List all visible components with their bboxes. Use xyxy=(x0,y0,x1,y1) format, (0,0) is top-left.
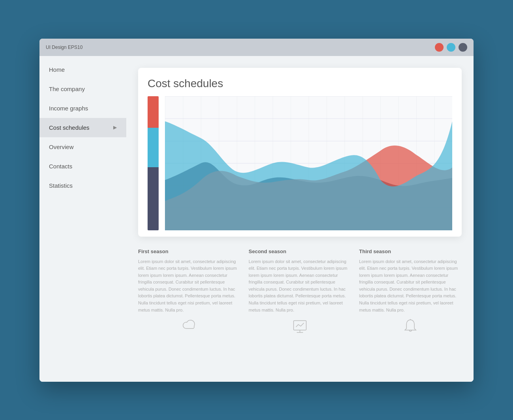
chart-card: Cost schedules xyxy=(138,68,462,237)
info-section-first: First season Lorem ipsum dolor sit amet,… xyxy=(138,248,241,337)
sidebar-item-cost-label: Cost schedules xyxy=(49,124,90,131)
third-season-text: Lorem ipsum dolor sit amet, consectetur … xyxy=(359,258,462,314)
sidebar-item-income[interactable]: Income graphs xyxy=(39,99,126,118)
info-section-third: Third season Lorem ipsum dolor sit amet,… xyxy=(359,248,462,337)
window-controls xyxy=(435,43,467,52)
close-button[interactable] xyxy=(435,43,444,52)
info-sections: First season Lorem ipsum dolor sit amet,… xyxy=(138,245,462,341)
titlebar: UI Design EPS10 xyxy=(39,39,474,56)
second-season-title: Second season xyxy=(249,248,286,254)
sidebar: Home The company Income graphs Cost sche… xyxy=(39,56,126,382)
sidebar-item-statistics-label: Statistics xyxy=(49,182,73,189)
bar-red xyxy=(148,96,159,128)
info-section-second: Second season Lorem ipsum dolor sit amet… xyxy=(249,248,351,337)
first-season-title: First season xyxy=(138,248,169,254)
maximize-button[interactable] xyxy=(459,43,467,52)
cloud-icon xyxy=(181,317,198,336)
sidebar-item-cost[interactable]: Cost schedules ▶ xyxy=(39,118,126,137)
first-season-text: Lorem ipsum dolor sit amet, consectetur … xyxy=(138,258,241,314)
second-season-text: Lorem ipsum dolor sit amet, consectetur … xyxy=(249,258,351,314)
area-chart-svg: 0 10 20 30 40 50 60 1 2 3 4 5 xyxy=(165,96,452,230)
bar-blue xyxy=(148,128,159,167)
sidebar-item-contacts-label: Contacts xyxy=(49,163,72,170)
sidebar-item-overview-label: Overview xyxy=(49,144,74,150)
main-content: Cost schedules xyxy=(126,56,474,382)
chart-area: 0 10 20 30 40 50 60 1 2 3 4 5 xyxy=(165,96,452,230)
chart-board-icon xyxy=(291,317,309,336)
bar-legend xyxy=(148,96,159,230)
sidebar-item-company[interactable]: The company xyxy=(39,79,126,99)
sidebar-item-statistics[interactable]: Statistics xyxy=(39,176,126,195)
content-area: Home The company Income graphs Cost sche… xyxy=(39,56,474,382)
sidebar-item-overview[interactable]: Overview xyxy=(39,137,126,157)
sidebar-item-company-label: The company xyxy=(49,86,85,92)
sidebar-item-income-label: Income graphs xyxy=(49,105,88,112)
bar-dark xyxy=(148,167,159,230)
chart-title: Cost schedules xyxy=(148,77,452,90)
nav-arrow-icon: ▶ xyxy=(113,125,117,130)
chart-container: 0 10 20 30 40 50 60 1 2 3 4 5 xyxy=(148,96,452,230)
minimize-button[interactable] xyxy=(447,43,455,52)
sidebar-item-home-label: Home xyxy=(49,66,65,73)
app-window: UI Design EPS10 Home The company Income … xyxy=(39,39,474,382)
third-season-title: Third season xyxy=(359,248,391,254)
app-title: UI Design EPS10 xyxy=(46,45,435,50)
sidebar-item-home[interactable]: Home xyxy=(39,60,126,79)
bell-icon xyxy=(402,317,419,336)
sidebar-item-contacts[interactable]: Contacts xyxy=(39,157,126,176)
